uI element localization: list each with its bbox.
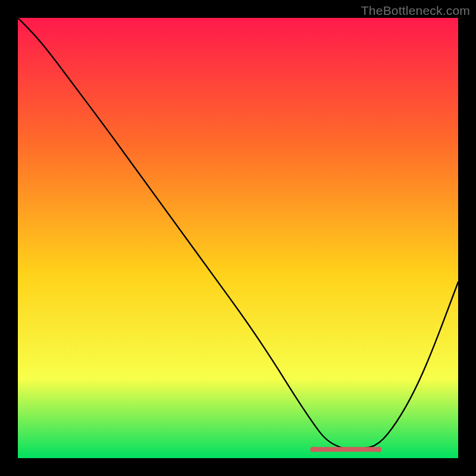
gradient-background <box>18 18 458 458</box>
flat-bottom-dot-right <box>376 447 381 452</box>
plot-area <box>18 18 458 458</box>
chart-frame: TheBottleneck.com <box>0 0 476 476</box>
flat-bottom-dot-left <box>310 447 315 452</box>
watermark-text: TheBottleneck.com <box>361 4 470 18</box>
chart-svg <box>18 18 458 458</box>
